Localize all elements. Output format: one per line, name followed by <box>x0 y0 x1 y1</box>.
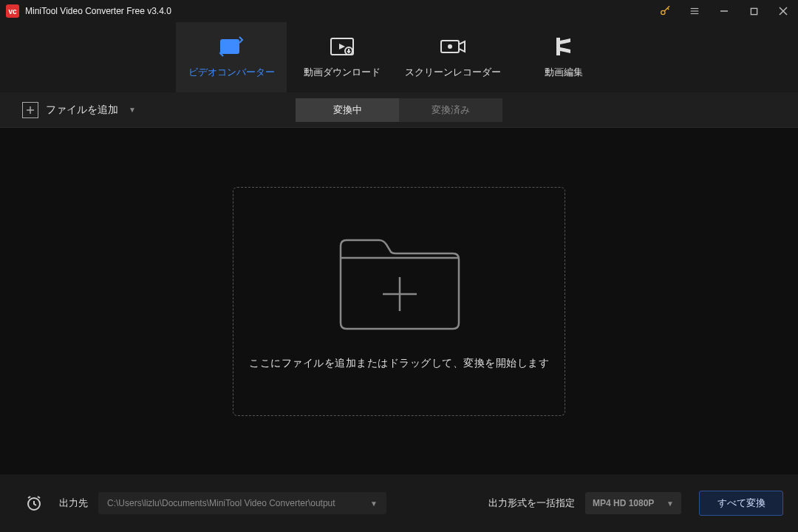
chevron-down-icon: ▼ <box>129 106 136 114</box>
folder-add-icon <box>335 233 464 336</box>
add-file-icon <box>22 102 38 118</box>
output-label: 出力先 <box>59 497 88 510</box>
format-select[interactable]: MP4 HD 1080P ▼ <box>585 492 681 514</box>
format-label: 出力形式を一括指定 <box>488 497 575 510</box>
converter-icon <box>219 36 244 57</box>
maximize-button[interactable] <box>739 0 768 22</box>
svg-marker-11 <box>339 44 345 50</box>
dropzone[interactable]: ここにファイルを追加またはドラッグして、変換を開始します <box>233 187 565 416</box>
titlebar: vc MiniTool Video Converter Free v3.4.0 <box>0 0 798 22</box>
dropzone-text: ここにファイルを追加またはドラッグして、変換を開始します <box>249 357 549 370</box>
tab-video-edit[interactable]: 動画編集 <box>508 22 619 92</box>
svg-marker-14 <box>459 41 465 52</box>
svg-point-15 <box>448 44 452 49</box>
menu-button[interactable] <box>680 0 709 22</box>
download-icon <box>330 36 355 57</box>
seg-converted[interactable]: 変換済み <box>399 98 502 122</box>
toolbar: ファイルを追加 ▼ 変換中 変換済み <box>0 92 798 128</box>
chevron-down-icon: ▼ <box>666 499 674 508</box>
tab-label: 動画編集 <box>545 66 583 79</box>
add-file-button[interactable]: ファイルを追加 ▼ <box>22 102 136 118</box>
minimize-button[interactable] <box>709 0 739 22</box>
output-path-text: C:\Users\lizlu\Documents\MiniTool Video … <box>107 498 335 508</box>
history-icon[interactable] <box>25 494 43 512</box>
app-title: MiniTool Video Converter Free v3.4.0 <box>25 6 171 16</box>
main-area: ここにファイルを追加またはドラッグして、変換を開始します <box>0 128 798 474</box>
license-key-button[interactable] <box>650 0 680 22</box>
chevron-down-icon: ▼ <box>370 499 378 508</box>
tab-video-download[interactable]: 動画ダウンロード <box>287 22 398 92</box>
tab-screen-recorder[interactable]: スクリーンレコーダー <box>398 22 508 92</box>
edit-icon <box>553 36 574 57</box>
tab-label: 動画ダウンロード <box>304 66 381 79</box>
tab-label: スクリーンレコーダー <box>405 66 501 79</box>
tab-video-converter[interactable]: ビデオコンバーター <box>176 22 287 92</box>
seg-converting[interactable]: 変換中 <box>296 98 399 122</box>
svg-rect-5 <box>751 8 757 14</box>
recorder-icon <box>440 36 466 57</box>
tab-label: ビデオコンバーター <box>188 66 275 79</box>
footer: 出力先 C:\Users\lizlu\Documents\MiniTool Vi… <box>0 474 798 532</box>
app-logo: vc <box>6 4 19 18</box>
add-file-label: ファイルを追加 <box>46 103 118 117</box>
format-value: MP4 HD 1080P <box>593 498 654 508</box>
close-button[interactable] <box>768 0 798 22</box>
convert-all-button[interactable]: すべて変換 <box>699 491 783 516</box>
output-path-select[interactable]: C:\Users\lizlu\Documents\MiniTool Video … <box>98 492 386 514</box>
main-tabs: ビデオコンバーター 動画ダウンロード スクリーンレコーダー 動画編集 <box>0 22 798 92</box>
status-segmented: 変換中 変換済み <box>296 98 502 122</box>
